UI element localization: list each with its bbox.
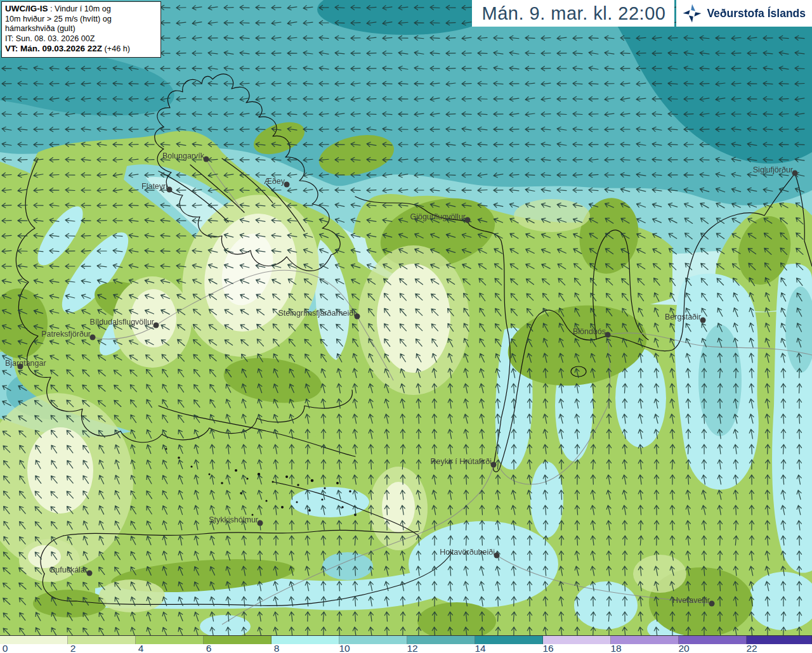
place-label: Bjargtangar: [5, 359, 46, 368]
valid-time: VT: Mán. 09.03.2026 22Z: [5, 44, 102, 53]
model-info-box: UWC/IG-IS : Vindur í 10m og 10m hviður >…: [1, 1, 161, 58]
place-label: Reykir í Hrútafirði: [430, 457, 492, 466]
valid-time-offset: (+46 h): [102, 44, 130, 53]
model-description-line: 10m hviður > 25 m/s (hvítt) og hámarkshv…: [5, 15, 157, 34]
place-label: Bíldudalsflugvöllur: [90, 318, 154, 326]
met-office-pinwheel-icon: [681, 3, 703, 24]
valid-time-line: VT: Mán. 09.03.2026 22Z (+46 h): [5, 44, 157, 55]
weather-map-stage: BolungarvíkFlateyriÆðeyGjögurflugvöllurS…: [0, 0, 812, 653]
scale-tick-label: 10: [333, 643, 356, 653]
met-office-logo-box: Veðurstofa Íslands: [676, 0, 812, 27]
place-label: Æðey: [264, 177, 285, 186]
place-label: Gjögurflugvöllur: [410, 212, 466, 221]
place-label: Bergstaðir: [665, 313, 701, 321]
place-label: Stykkishólmur: [209, 515, 258, 524]
model-name: UWC/IG-IS: [5, 4, 48, 13]
forecast-time-box: Mán. 9. mar. kl. 22:00: [472, 0, 675, 27]
model-subtitle: : Vindur í 10m og: [48, 4, 111, 13]
place-label: Flateyri: [141, 182, 167, 191]
scale-tick-label: 2: [62, 643, 84, 653]
scale-tick-label: 22: [740, 643, 763, 653]
scale-tick-label: 18: [605, 643, 627, 653]
scale-tick-label: 16: [537, 643, 560, 653]
place-label: Hveravellir: [672, 596, 710, 605]
met-office-name: Veðurstofa Íslands: [707, 7, 806, 20]
place-label: Holtavörðuheiði: [440, 548, 495, 557]
place-label: Steingrímsfjarðarheiði: [278, 309, 355, 318]
scale-tick-label: 6: [197, 643, 220, 653]
scale-tick-label: 20: [672, 643, 695, 653]
place-label: Blönduós: [573, 327, 606, 336]
place-label: Bolungarvík: [162, 152, 204, 160]
scale-tick-label: 8: [265, 643, 288, 653]
scale-tick-label: 12: [401, 643, 424, 653]
place-label: Gufuskálar: [49, 566, 88, 574]
place-label: Patreksfjörður: [41, 330, 91, 339]
forecast-datetime: Mán. 9. mar. kl. 22:00: [482, 3, 666, 24]
model-title-line: UWC/IG-IS : Vindur í 10m og: [5, 4, 157, 15]
scale-tick-label: 0: [0, 643, 16, 653]
wind-speed-scale-ticks: 0246810121416182022: [0, 644, 812, 653]
place-label: Siglufjörður: [753, 165, 793, 174]
scale-tick-label: 4: [129, 643, 152, 653]
init-time-line: IT: Sun. 08. 03. 2026 00Z: [5, 34, 157, 44]
scale-tick-label: 14: [469, 643, 492, 653]
header: Mán. 9. mar. kl. 22:00 Veðurstofa Ísland…: [472, 0, 812, 27]
